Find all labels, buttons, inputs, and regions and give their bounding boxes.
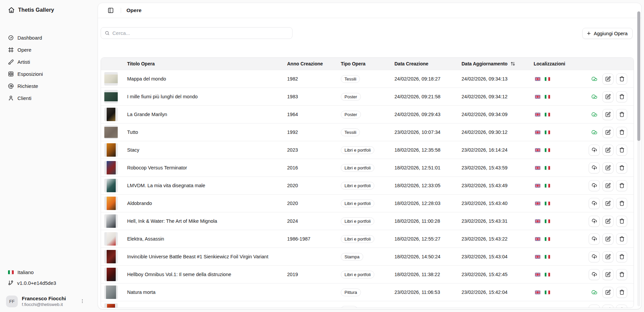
cell-updated: 23/02/2026, 15:43:59 <box>457 165 529 170</box>
uk-flag-icon <box>535 77 540 81</box>
delete-button[interactable] <box>616 91 627 102</box>
sidebar-item-clienti[interactable]: Clienti <box>0 93 98 103</box>
user-menu[interactable]: FF Francesco Fiocchi f.fiocchi@thetisweb… <box>6 296 92 307</box>
artwork-thumbnail <box>104 285 118 299</box>
publish-upload-button[interactable] <box>589 251 600 262</box>
delete-button[interactable] <box>616 127 627 138</box>
edit-button[interactable] <box>602 127 613 138</box>
type-badge: Libri e portfoli <box>341 217 374 225</box>
scrollbar-thumb[interactable] <box>637 11 640 141</box>
delete-button[interactable] <box>616 198 627 209</box>
delete-button[interactable] <box>616 233 627 245</box>
edit-button[interactable] <box>602 109 613 120</box>
cell-actions <box>584 91 634 102</box>
table-row[interactable]: Natura morta Pittura 23/02/2026, 11:06:5… <box>101 283 634 301</box>
search-input[interactable] <box>112 30 280 36</box>
delete-button[interactable] <box>616 180 627 191</box>
publish-upload-button[interactable] <box>589 233 600 245</box>
uk-flag-icon <box>535 308 540 308</box>
type-badge: Libri e portfoli <box>341 200 374 207</box>
type-badge: Poster <box>341 111 361 118</box>
cloud-upload-icon <box>592 201 597 206</box>
publish-upload-button[interactable] <box>589 198 600 209</box>
cell-year: 2020 <box>282 201 336 206</box>
publish-upload-button[interactable] <box>589 269 600 280</box>
language-selector[interactable]: Italiano <box>0 267 98 277</box>
cloud-upload-icon <box>592 236 597 242</box>
cloud-upload-icon <box>592 147 597 153</box>
table-row[interactable]: Mappa del mondo 1982 Tessili 24/02/2026,… <box>101 70 634 88</box>
uk-flag-icon <box>535 201 540 206</box>
table-row[interactable]: Elektra, Assassin 1986-1987 Libri e port… <box>101 230 634 248</box>
edit-button[interactable] <box>602 73 613 85</box>
published-cloud-check-icon[interactable] <box>589 73 600 85</box>
cell-localizations <box>529 201 584 206</box>
delete-button[interactable] <box>616 162 627 173</box>
panel-left-icon <box>108 7 114 13</box>
sidebar-item-artisti[interactable]: Artisti <box>0 56 98 67</box>
edit-button[interactable] <box>602 162 613 173</box>
delete-button[interactable] <box>616 251 627 262</box>
main-panel: Opere Aggiungi Opera Titolo Opera Anno C… <box>98 3 642 309</box>
table-row[interactable]: Robocop Versus Terminator 2016 Libri e p… <box>101 159 634 176</box>
publish-upload-button[interactable] <box>589 162 600 173</box>
edit-button[interactable] <box>602 287 613 298</box>
edit-button[interactable] <box>602 233 613 245</box>
table-row[interactable] <box>101 301 634 308</box>
search-box[interactable] <box>101 27 292 39</box>
table-row[interactable]: Hell, Ink & Water: The Art of Mike Migno… <box>101 212 634 230</box>
more-options-icon[interactable] <box>80 299 85 305</box>
table-row[interactable]: La Grande Marilyn 1964 Poster 24/02/2026… <box>101 105 634 123</box>
sidebar-item-opere[interactable]: Opere <box>0 44 98 55</box>
cell-localizations <box>529 77 584 81</box>
delete-button[interactable] <box>616 287 627 298</box>
edit-button[interactable] <box>602 145 613 156</box>
scrollbar-track[interactable] <box>637 11 640 306</box>
column-updated-sort[interactable]: Data Aggiornamento <box>457 61 529 66</box>
table-row[interactable]: Tutto 1992 Tessili 23/02/2026, 10:07:34 … <box>101 123 634 141</box>
edit-button[interactable] <box>602 305 613 308</box>
table-row[interactable]: I mille fiumi più lunghi del mondo 1983 … <box>101 88 634 105</box>
delete-button[interactable] <box>616 269 627 280</box>
edit-button[interactable] <box>602 216 613 227</box>
delete-button[interactable] <box>616 216 627 227</box>
sidebar-item-label: Esposizioni <box>17 71 43 77</box>
add-opera-button[interactable]: Aggiungi Opera <box>582 28 633 39</box>
cell-created: 18/02/2026, 11:38:22 <box>390 272 457 277</box>
publish-upload-button[interactable] <box>589 180 600 191</box>
italy-flag-icon <box>545 148 550 152</box>
table-row[interactable]: Invincible Universe Battle Beast #1 Sien… <box>101 248 634 265</box>
table-row[interactable]: Hellboy Omnibus Vol.1: Il seme della dis… <box>101 265 634 283</box>
delete-button[interactable] <box>616 305 627 308</box>
table-row[interactable]: LMVDM. La mia vita disegnata male 2020 L… <box>101 176 634 194</box>
cell-title: Invincible Universe Battle Beast #1 Sien… <box>122 254 282 259</box>
artwork-thumbnail <box>104 179 118 192</box>
sidebar-toggle-button[interactable] <box>106 6 115 15</box>
edit-button[interactable] <box>602 91 613 102</box>
publish-upload-button[interactable] <box>589 145 600 156</box>
edit-pencil-icon <box>605 112 611 117</box>
published-cloud-check-icon[interactable] <box>589 287 600 298</box>
sidebar-item-esposizioni[interactable]: Esposizioni <box>0 68 98 79</box>
edit-button[interactable] <box>602 180 613 191</box>
published-cloud-check-icon[interactable] <box>589 91 600 102</box>
sidebar-item-dashboard[interactable]: Dashboard <box>0 32 98 43</box>
published-cloud-check-icon[interactable] <box>589 109 600 120</box>
column-updated-label: Data Aggiornamento <box>462 61 507 66</box>
cell-updated: 23/02/2026, 15:43:04 <box>457 254 529 259</box>
delete-button[interactable] <box>616 73 627 85</box>
publish-upload-button[interactable] <box>589 305 600 308</box>
sidebar-item-richieste[interactable]: Richieste <box>0 81 98 91</box>
table-row[interactable]: Aldobrando 2020 Libri e portfoli 18/02/2… <box>101 194 634 212</box>
published-cloud-check-icon[interactable] <box>589 127 600 138</box>
cell-updated: 23/02/2026, 15:43:31 <box>457 218 529 224</box>
publish-upload-button[interactable] <box>589 216 600 227</box>
delete-button[interactable] <box>616 145 627 156</box>
edit-button[interactable] <box>602 198 613 209</box>
edit-button[interactable] <box>602 269 613 280</box>
edit-button[interactable] <box>602 251 613 262</box>
cloud-upload-icon <box>592 218 597 224</box>
cell-actions <box>584 251 634 262</box>
table-row[interactable]: Stacy 2023 Libri e portfoli 18/02/2026, … <box>101 141 634 159</box>
delete-button[interactable] <box>616 109 627 120</box>
